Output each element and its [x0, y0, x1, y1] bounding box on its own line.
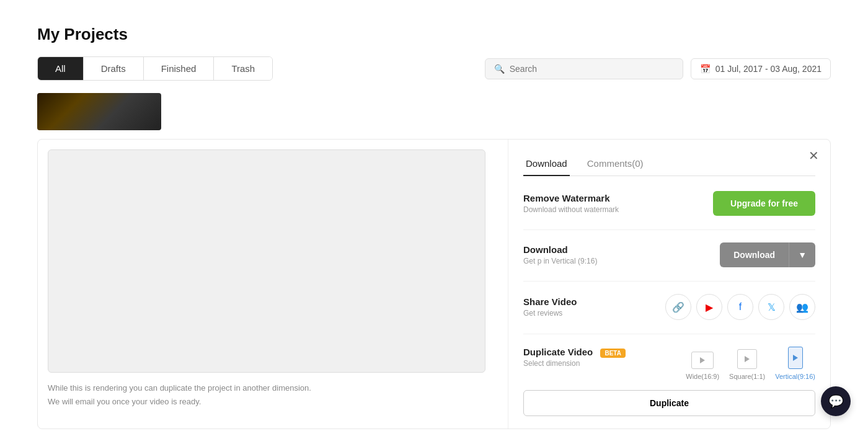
copy-link-button[interactable]: 🔗 [665, 294, 691, 320]
download-arrow-button[interactable]: ▼ [789, 242, 815, 267]
team-share-button[interactable]: 👥 [789, 294, 815, 320]
tab-download[interactable]: Download [523, 152, 570, 176]
square-label: Square(1:1) [729, 373, 765, 380]
chat-icon: 💬 [828, 394, 844, 409]
share-video-section: Share Video Get reviews 🔗 ▶ f 𝕏 👥 [523, 294, 815, 320]
dimension-square: Square(1:1) [729, 349, 765, 380]
tab-group: All Drafts Finished Trash [37, 56, 273, 81]
video-preview [48, 149, 485, 373]
tab-all[interactable]: All [38, 57, 84, 80]
youtube-share-button[interactable]: ▶ [696, 294, 722, 320]
download-main-button[interactable]: Download [720, 242, 789, 267]
thumbnail-strip [37, 93, 831, 133]
share-icons: 🔗 ▶ f 𝕏 👥 [665, 294, 815, 320]
duplicate-button[interactable]: Duplicate [523, 390, 815, 416]
tab-trash[interactable]: Trash [214, 57, 272, 80]
share-video-title: Share Video [523, 296, 665, 307]
duplicate-subtitle: Select dimension [523, 359, 686, 368]
remove-watermark-title: Remove Watermark [523, 193, 713, 203]
play-icon-vertical [793, 355, 798, 361]
chat-fab-button[interactable]: 💬 [821, 386, 851, 416]
divider-3 [523, 334, 815, 334]
render-notice-line1: While this is rendering you can duplicat… [48, 381, 485, 395]
tab-finished[interactable]: Finished [144, 57, 215, 80]
play-icon-wide [700, 357, 705, 363]
search-box: 🔍 [485, 58, 683, 79]
calendar-icon: 📅 [700, 64, 711, 74]
square-dimension-icon[interactable] [737, 349, 757, 369]
download-label: Download Get p in Vertical (9:16) [523, 244, 720, 265]
upgrade-button[interactable]: Upgrade for free [713, 191, 815, 216]
page-wrapper: My Projects All Drafts Finished Trash 🔍 … [0, 0, 868, 431]
top-bar-right: 🔍 📅 01 Jul, 2017 - 03 Aug, 2021 [485, 58, 831, 79]
render-notice: While this is rendering you can duplicat… [48, 381, 485, 409]
duplicate-title: Duplicate Video BETA [523, 347, 686, 357]
duplicate-label: Duplicate Video BETA Select dimension [523, 347, 686, 368]
download-subtitle: Get p in Vertical (9:16) [523, 257, 720, 265]
download-section: Download Get p in Vertical (9:16) Downlo… [523, 242, 815, 267]
download-title: Download [523, 244, 720, 255]
divider-1 [523, 229, 815, 230]
vertical-label: Vertical(9:16) [775, 373, 815, 380]
remove-watermark-section: Remove Watermark Download without waterm… [523, 191, 815, 216]
tab-comments[interactable]: Comments(0) [585, 152, 646, 176]
twitter-share-button[interactable]: 𝕏 [758, 294, 784, 320]
play-icon-square [745, 356, 750, 362]
preview-area: While this is rendering you can duplicat… [38, 140, 495, 429]
divider-2 [523, 281, 815, 282]
tab-drafts[interactable]: Drafts [84, 57, 144, 80]
top-bar: All Drafts Finished Trash 🔍 📅 01 Jul, 20… [37, 56, 831, 81]
side-panel: ✕ Download Comments(0) Remove Watermark … [508, 140, 830, 429]
share-video-subtitle: Get reviews [523, 309, 665, 318]
dimension-wide: Wide(16:9) [686, 352, 719, 380]
remove-watermark-label: Remove Watermark Download without waterm… [523, 193, 713, 214]
date-range-value: 01 Jul, 2017 - 03 Aug, 2021 [715, 64, 822, 74]
duplicate-section: Duplicate Video BETA Select dimension Wi… [523, 347, 815, 380]
beta-badge: BETA [600, 349, 625, 358]
wide-label: Wide(16:9) [686, 373, 719, 380]
search-icon: 🔍 [494, 64, 505, 74]
facebook-share-button[interactable]: f [727, 294, 753, 320]
date-range[interactable]: 📅 01 Jul, 2017 - 03 Aug, 2021 [691, 58, 831, 79]
render-notice-line2: We will email you once your video is rea… [48, 395, 485, 409]
search-input[interactable] [510, 64, 674, 74]
close-button[interactable]: ✕ [808, 149, 819, 162]
thumbnail-image[interactable] [37, 93, 161, 130]
wide-dimension-icon[interactable] [691, 352, 714, 369]
download-btn-group: Download ▼ [720, 242, 815, 267]
vertical-dimension-icon[interactable] [788, 347, 803, 369]
share-video-label: Share Video Get reviews [523, 296, 665, 318]
page-title: My Projects [37, 25, 831, 44]
main-panel: While this is rendering you can duplicat… [37, 139, 831, 429]
dimension-options: Wide(16:9) Square(1:1) Vertical(9:16) [686, 347, 815, 380]
dimension-vertical: Vertical(9:16) [775, 347, 815, 380]
remove-watermark-subtitle: Download without watermark [523, 205, 713, 214]
side-tabs: Download Comments(0) [523, 152, 815, 176]
